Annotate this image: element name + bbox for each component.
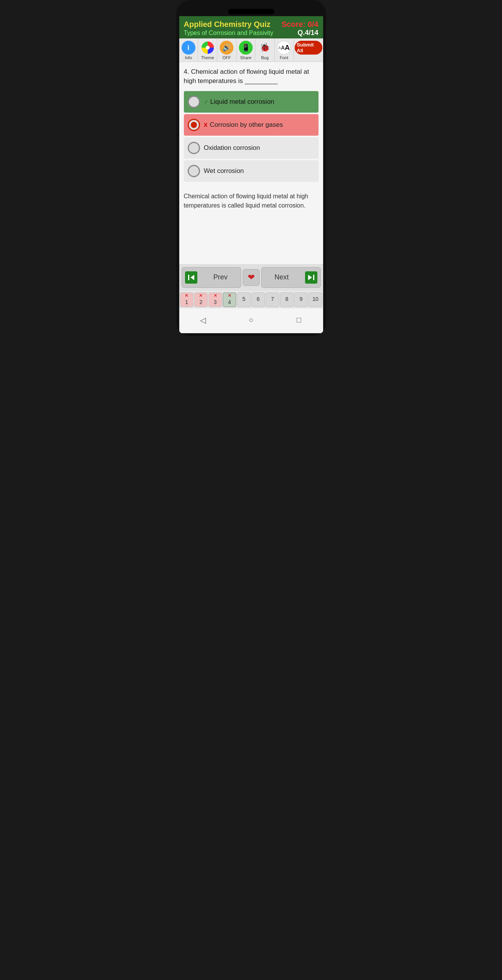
recents-icon: □: [297, 316, 301, 324]
toolbar-submit[interactable]: Submit All .: [294, 38, 323, 61]
option-text-c: Oxidation corrosion: [204, 144, 260, 152]
prefix-a: ✓: [204, 98, 209, 105]
info-label: Info: [185, 55, 192, 60]
explanation: Chemical action of flowing liquid metal …: [179, 187, 323, 218]
svg-text:📱: 📱: [242, 43, 250, 52]
page-9[interactable]: 9: [294, 292, 308, 307]
option-text-a: Liquid metal corrosion: [210, 98, 274, 106]
next-button[interactable]: Next: [262, 269, 302, 285]
question-content: 4. Chemical action of flowing liquid met…: [179, 62, 323, 187]
page-7-num: 7: [266, 296, 279, 302]
page-4-mark: ✕: [228, 293, 232, 298]
toolbar-font[interactable]: AAA Font: [275, 38, 294, 61]
nav-bar: Prev ❤ Next: [179, 264, 323, 291]
svg-point-1: [206, 46, 210, 50]
heart-button[interactable]: ❤: [243, 269, 260, 286]
prev-group: Prev: [182, 267, 241, 288]
notch: [228, 9, 274, 14]
page-9-num: 9: [295, 296, 307, 302]
subtitle: Types of Corrosion and Passivity: [184, 30, 274, 37]
page-3-num: 3: [209, 299, 222, 305]
theme-label: Theme: [201, 55, 214, 60]
page-4[interactable]: ✕ 4: [223, 292, 236, 307]
option-d[interactable]: Wet corrosion: [184, 160, 319, 182]
page-2-mark: ✕: [199, 293, 203, 298]
page-6[interactable]: 6: [252, 292, 265, 307]
app-container: Applied Chemistry Quiz Score: 0/4 Types …: [179, 16, 323, 333]
svg-marker-7: [308, 275, 312, 280]
page-8-num: 8: [280, 296, 293, 302]
page-1-mark: ✕: [185, 293, 188, 298]
first-icon: [185, 271, 197, 284]
radio-c: [188, 142, 200, 154]
svg-rect-4: [188, 275, 189, 280]
status-bar: [179, 7, 323, 16]
option-a[interactable]: ✓ Liquid metal corrosion: [184, 91, 319, 113]
toolbar-share[interactable]: 📱 Share: [237, 38, 256, 61]
next-group: Next: [261, 267, 321, 288]
page-1[interactable]: ✕ 1: [180, 292, 193, 307]
question-num: Q.4/14: [297, 29, 318, 37]
sound-label: OFF: [222, 55, 231, 60]
spacer: [179, 218, 323, 264]
font-label: Font: [280, 55, 288, 60]
page-7[interactable]: 7: [266, 292, 279, 307]
heart-icon: ❤: [248, 272, 255, 282]
phone-frame: Applied Chemistry Quiz Score: 0/4 Types …: [176, 0, 326, 336]
submit-label: Submit All: [297, 42, 320, 53]
page-5[interactable]: 5: [237, 292, 250, 307]
radio-a: [188, 96, 200, 108]
question-text: 4. Chemical action of flowing liquid met…: [184, 67, 319, 86]
toolbar-theme[interactable]: Theme: [198, 38, 217, 61]
page-3[interactable]: ✕ 3: [208, 292, 222, 307]
page-6-num: 6: [252, 296, 265, 302]
pagination: ✕ 1 ✕ 2 ✕ 3 ✕ 4 5 6 7: [179, 291, 323, 309]
radio-d: [188, 165, 200, 177]
system-nav: ◁ ○ □: [179, 309, 323, 333]
share-icon: 📱: [239, 41, 253, 55]
submit-icon: Submit All: [295, 41, 322, 55]
option-b[interactable]: X Corrosion by other gases: [184, 114, 319, 136]
option-text-d: Wet corrosion: [204, 167, 244, 175]
first-button[interactable]: [182, 267, 200, 287]
svg-rect-6: [313, 275, 314, 280]
radio-inner-b: [191, 122, 197, 128]
svg-marker-5: [190, 275, 194, 280]
toolbar-bug[interactable]: 🐞 Bug: [255, 38, 275, 61]
toolbar-sound[interactable]: 🔊 OFF: [217, 38, 237, 61]
page-8[interactable]: 8: [280, 292, 294, 307]
back-icon: ◁: [200, 316, 206, 325]
toolbar: i Info Theme 🔊 OFF: [179, 38, 323, 62]
bug-icon: 🐞: [258, 41, 272, 55]
page-10-num: 10: [309, 296, 322, 302]
page-3-mark: ✕: [213, 293, 217, 298]
home-button[interactable]: ○: [244, 313, 258, 327]
font-icon: AAA: [277, 41, 291, 55]
bug-label: Bug: [261, 55, 269, 60]
last-icon: [305, 271, 317, 284]
info-icon: i: [182, 41, 195, 55]
app-title: Applied Chemistry Quiz: [184, 20, 271, 29]
last-button[interactable]: [302, 267, 320, 287]
back-button[interactable]: ◁: [196, 313, 210, 327]
option-c[interactable]: Oxidation corrosion: [184, 137, 319, 159]
page-2-num: 2: [195, 299, 207, 305]
option-text-b: Corrosion by other gases: [210, 121, 283, 129]
page-10[interactable]: 10: [309, 292, 322, 307]
page-4-num: 4: [223, 299, 236, 305]
app-header: Applied Chemistry Quiz Score: 0/4 Types …: [179, 16, 323, 38]
page-5-num: 5: [237, 296, 250, 302]
page-2[interactable]: ✕ 2: [194, 292, 208, 307]
explanation-text: Chemical action of flowing liquid metal …: [184, 193, 309, 209]
recents-button[interactable]: □: [292, 313, 306, 327]
theme-icon: [201, 41, 215, 55]
prev-button[interactable]: Prev: [200, 269, 241, 285]
sound-icon: 🔊: [220, 41, 233, 55]
radio-b: [188, 119, 200, 131]
page-1-num: 1: [180, 299, 193, 305]
prefix-b: X: [204, 121, 208, 128]
score-label: Score: 0/4: [282, 20, 319, 29]
share-label: Share: [240, 55, 251, 60]
home-icon: ○: [248, 316, 253, 324]
toolbar-info[interactable]: i Info: [179, 38, 198, 61]
